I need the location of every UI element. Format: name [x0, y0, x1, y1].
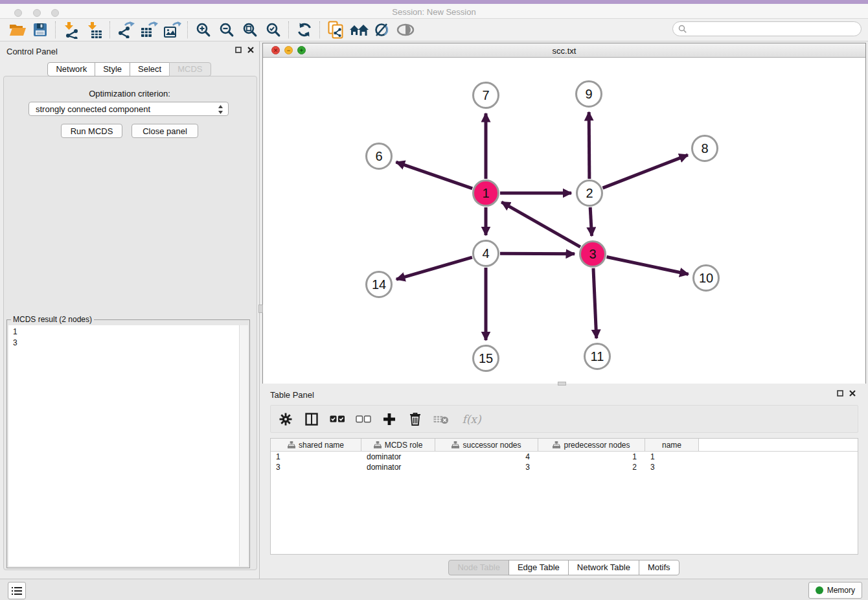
- delete-table-icon: [433, 414, 449, 424]
- float-panel-icon[interactable]: [235, 47, 242, 53]
- zoom-in-button[interactable]: [192, 20, 215, 40]
- clone-network-button[interactable]: [324, 20, 347, 40]
- mcds-result-line: 1: [13, 327, 239, 338]
- network-canvas[interactable]: 7968124314101511: [263, 58, 865, 384]
- export-network-button[interactable]: [114, 20, 137, 40]
- graph-node-8[interactable]: 8: [691, 135, 718, 162]
- mcds-result-box: MCDS result (2 nodes) 13: [6, 319, 250, 568]
- node-table-body: 1dominator4113dominator323: [271, 452, 858, 472]
- table-tab-motifs[interactable]: Motifs: [639, 560, 680, 575]
- zoom-fit-button[interactable]: [238, 20, 262, 40]
- network-window-title: scc.txt: [263, 46, 865, 56]
- mcds-result-text[interactable]: 13: [8, 325, 239, 566]
- eye-icon: [396, 23, 415, 37]
- column-visibility-button[interactable]: [303, 411, 320, 428]
- zoom-in-icon: [196, 22, 211, 38]
- refresh-layout-button[interactable]: [293, 20, 316, 40]
- save-session-button[interactable]: [29, 20, 52, 40]
- zoom-selected-button[interactable]: [262, 20, 285, 40]
- search-box: [672, 21, 862, 36]
- column-header-mcds-role[interactable]: MCDS role: [361, 439, 435, 451]
- toolbar-separator: [288, 21, 290, 38]
- checked-boxes-icon: [330, 415, 345, 423]
- graph-node-15[interactable]: 15: [472, 345, 499, 372]
- graph-node-14[interactable]: 14: [365, 271, 393, 298]
- column-header-successor-nodes[interactable]: successor nodes: [435, 439, 538, 451]
- delete-table-button[interactable]: [433, 411, 450, 428]
- splitter-handle-horizontal[interactable]: [558, 382, 566, 386]
- control-tab-style[interactable]: Style: [95, 62, 130, 76]
- splitter-handle-vertical[interactable]: [258, 305, 263, 313]
- graph-node-11[interactable]: 11: [584, 343, 611, 370]
- table-tab-network-table[interactable]: Network Table: [568, 560, 639, 575]
- control-tab-network[interactable]: Network: [47, 62, 95, 76]
- gear-icon: [279, 413, 292, 426]
- table-tab-node-table[interactable]: Node Table: [448, 560, 509, 575]
- open-folder-icon: [8, 22, 26, 38]
- import-network-button[interactable]: [60, 20, 83, 40]
- node-table: shared nameMCDS rolesuccessor nodesprede…: [270, 438, 858, 555]
- float-table-panel-icon[interactable]: [837, 390, 843, 397]
- run-mcds-button[interactable]: Run MCDS: [61, 124, 122, 138]
- column-header-shared-name[interactable]: shared name: [271, 439, 361, 451]
- node-table-header: shared nameMCDS rolesuccessor nodesprede…: [271, 439, 858, 452]
- close-panel-icon[interactable]: [247, 47, 254, 53]
- graph-node-4[interactable]: 4: [472, 240, 499, 267]
- zoom-selected-icon: [266, 22, 281, 38]
- column-label: predecessor nodes: [564, 441, 630, 450]
- home-layout-button[interactable]: [347, 20, 371, 40]
- close-table-panel-icon[interactable]: [849, 390, 856, 397]
- open-session-button[interactable]: [5, 20, 29, 40]
- hierarchy-icon: [288, 441, 295, 448]
- main-toolbar: [0, 19, 868, 41]
- graph-node-1[interactable]: 1: [472, 179, 499, 207]
- table-tab-edge-table[interactable]: Edge Table: [508, 560, 569, 575]
- export-image-button[interactable]: [161, 20, 184, 40]
- table-cell: 1: [271, 452, 361, 462]
- search-input[interactable]: [691, 24, 855, 34]
- graphics-details-icon: [374, 21, 391, 38]
- graph-node-7[interactable]: 7: [472, 82, 499, 109]
- select-all-button[interactable]: [329, 411, 346, 428]
- network-window-titlebar[interactable]: ✕ − + scc.txt: [263, 43, 865, 58]
- graph-node-2[interactable]: 2: [576, 179, 603, 207]
- hide-panels-button[interactable]: [394, 20, 417, 40]
- task-history-button[interactable]: [8, 582, 26, 599]
- export-table-icon: [140, 21, 158, 38]
- table-cell: 1: [645, 452, 699, 462]
- control-tab-select[interactable]: Select: [130, 62, 170, 76]
- export-table-button[interactable]: [137, 20, 161, 40]
- graph-node-10[interactable]: 10: [692, 264, 720, 292]
- column-header-name[interactable]: name: [645, 439, 699, 451]
- zoom-out-button[interactable]: [215, 20, 238, 40]
- function-builder-button[interactable]: f(x): [459, 411, 485, 428]
- result-scrollbar[interactable]: [239, 325, 248, 566]
- toolbar-separator: [187, 21, 188, 38]
- add-column-button[interactable]: [381, 411, 398, 428]
- import-table-button[interactable]: [83, 20, 106, 40]
- graph-node-3[interactable]: 3: [579, 240, 606, 268]
- hierarchy-icon: [553, 441, 560, 448]
- deselect-all-button[interactable]: [355, 411, 372, 428]
- optimization-criterion-select[interactable]: strongly connected component: [29, 102, 229, 116]
- column-header-predecessor-nodes[interactable]: predecessor nodes: [538, 439, 645, 451]
- toolbar-separator: [55, 21, 56, 38]
- delete-column-button[interactable]: [407, 411, 424, 428]
- graph-nodes: 7968124314101511: [263, 58, 865, 384]
- table-row[interactable]: 1dominator411: [271, 452, 858, 462]
- toolbar-separator: [319, 21, 321, 38]
- clone-network-icon: [327, 21, 344, 39]
- control-tab-mcds[interactable]: MCDS: [169, 62, 211, 76]
- trash-icon: [409, 412, 421, 426]
- column-label: successor nodes: [463, 441, 521, 450]
- close-panel-button[interactable]: Close panel: [131, 124, 198, 138]
- table-options-button[interactable]: [277, 411, 294, 428]
- hierarchy-icon: [451, 441, 459, 448]
- refresh-icon: [297, 22, 312, 38]
- unchecked-boxes-icon: [356, 415, 371, 423]
- show-graphics-details-button[interactable]: [371, 20, 394, 40]
- memory-button[interactable]: Memory: [808, 582, 862, 599]
- graph-node-9[interactable]: 9: [575, 80, 602, 108]
- graph-node-6[interactable]: 6: [365, 143, 393, 170]
- table-row[interactable]: 3dominator323: [271, 462, 858, 472]
